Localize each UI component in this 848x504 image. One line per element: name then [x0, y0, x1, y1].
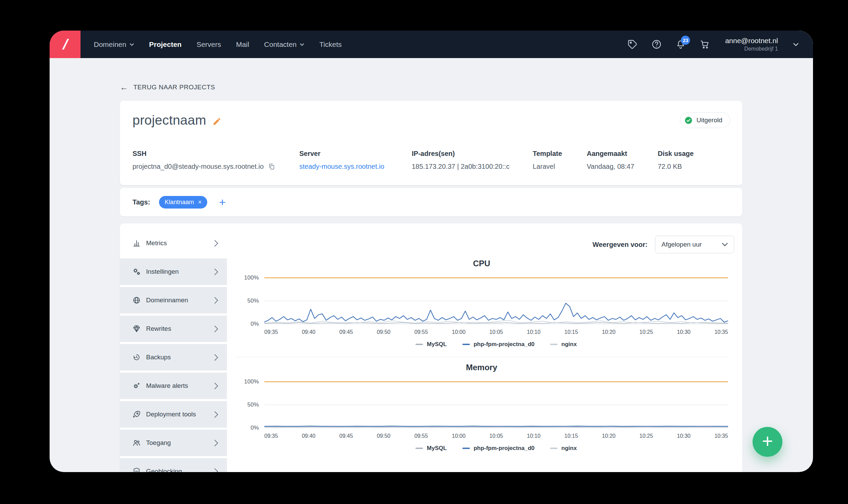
logo-slash-icon: /: [62, 36, 68, 53]
sidebar-item-label: Deployment tools: [146, 411, 214, 418]
globe-icon: [132, 296, 141, 305]
tag-pill[interactable]: Klantnaam ×: [159, 196, 208, 209]
sidebar-item-label: Malware alerts: [146, 382, 214, 390]
server-link[interactable]: steady-mouse.sys.rootnet.io: [299, 163, 384, 170]
x-tick-label: 10:25: [639, 329, 653, 335]
nav-item-label: Mail: [236, 40, 249, 49]
edit-pencil-icon[interactable]: [212, 117, 222, 126]
chevron-down-icon: [300, 43, 304, 46]
legend-item[interactable]: php-fpm-projectna_d0: [462, 341, 534, 348]
sidebar-item-instellingen[interactable]: Instellingen: [120, 258, 227, 285]
project-sidebar: Metrics Instellingen Domeinnamen Rewrite…: [120, 223, 227, 472]
nav-item-mail[interactable]: Mail: [236, 40, 249, 49]
series-php-fpm-projectna_d0: [264, 303, 728, 322]
check-circle-icon: [684, 116, 693, 125]
tag-icon[interactable]: [627, 39, 638, 50]
x-tick-label: 10:05: [489, 329, 503, 335]
sidebar-item-malware-alerts[interactable]: Malware alerts: [120, 373, 227, 399]
info-label: Template: [533, 150, 562, 158]
sidebar-item-domeinnamen[interactable]: Domeinnamen: [120, 287, 227, 313]
x-tick-label: 10:35: [714, 433, 728, 439]
help-icon[interactable]: [651, 39, 662, 50]
legend-item[interactable]: MySQL: [416, 341, 447, 348]
sidebar-item-rewrites[interactable]: Rewrites: [120, 316, 227, 342]
chevron-right-icon: [214, 240, 218, 247]
legend-swatch: [550, 344, 558, 345]
x-tick-label: 10:30: [677, 433, 690, 439]
nav-item-label: Tickets: [319, 40, 342, 49]
nav-item-domeinen[interactable]: Domeinen: [94, 40, 134, 49]
legend-item[interactable]: MySQL: [416, 445, 447, 452]
y-tick-label: 50%: [247, 401, 259, 408]
sidebar-item-metrics[interactable]: Metrics: [120, 230, 227, 256]
legend-swatch: [550, 448, 558, 449]
x-tick-label: 10:05: [489, 433, 503, 439]
page-title: projectnaam: [132, 113, 206, 128]
status-badge: Uitgerold: [680, 112, 730, 128]
sidebar-item-label: Toegang: [146, 439, 214, 447]
add-tag-button[interactable]: +: [219, 196, 226, 208]
top-navbar: / Domeinen Projecten Servers Mail Contac…: [50, 31, 813, 58]
sidebar-item-label: Geoblocking: [146, 468, 214, 472]
disk-usage: 72.0 KB: [658, 163, 682, 170]
nav-item-projecten[interactable]: Projecten: [149, 40, 182, 49]
legend-item[interactable]: php-fpm-projectna_d0: [462, 445, 534, 452]
app-logo[interactable]: /: [50, 31, 81, 58]
nav-item-tickets[interactable]: Tickets: [319, 40, 342, 49]
copy-icon[interactable]: [268, 163, 276, 170]
add-project-fab[interactable]: +: [753, 427, 782, 457]
sidebar-item-backups[interactable]: Backups: [120, 344, 227, 371]
legend-label: php-fpm-projectna_d0: [474, 445, 534, 452]
app-window: / Domeinen Projecten Servers Mail Contac…: [50, 31, 813, 472]
account-email: anne@rootnet.nl: [725, 37, 778, 45]
info-value: Vandaag, 08:47: [587, 163, 634, 170]
info-label: SSH: [132, 150, 276, 158]
chart-legend: MySQLphp-fpm-projectna_d0nginx: [264, 445, 728, 452]
cart-icon[interactable]: [700, 39, 710, 50]
legend-label: nginx: [561, 445, 577, 452]
primary-nav: Domeinen Projecten Servers Mail Contacte…: [94, 40, 342, 49]
period-label: Weergeven voor:: [593, 241, 648, 249]
x-tick-label: 09:45: [339, 433, 353, 439]
chevron-down-icon[interactable]: [792, 40, 800, 49]
back-link[interactable]: ← TERUG NAAR PROJECTS: [120, 83, 215, 91]
notifications-bell-icon[interactable]: 23: [675, 39, 686, 50]
remove-tag-icon[interactable]: ×: [198, 199, 202, 206]
x-axis: 09:3509:4009:4509:5009:5510:0010:0510:10…: [264, 329, 728, 335]
tag-label: Klantnaam: [165, 199, 194, 206]
sidebar-item-geoblocking[interactable]: Geoblocking: [120, 458, 227, 472]
x-tick-label: 09:55: [414, 433, 428, 439]
info-col-template: Template Laravel: [533, 150, 562, 170]
legend-swatch: [416, 448, 423, 449]
x-tick-label: 09:50: [377, 329, 390, 335]
info-col-ip: IP-adres(sen) 185.173.20.37 | 2a0b:3100:…: [412, 150, 510, 170]
sidebar-item-label: Rewrites: [146, 325, 214, 332]
sidebar-item-toegang[interactable]: Toegang: [120, 430, 227, 456]
legend-item[interactable]: nginx: [550, 341, 577, 348]
chevron-right-icon: [214, 468, 218, 472]
nav-item-contacten[interactable]: Contacten: [264, 40, 304, 49]
account-company: Demobedrijf 1: [725, 46, 778, 52]
users-icon: [132, 438, 141, 447]
x-tick-label: 10:15: [564, 329, 578, 335]
project-header-card: projectnaam Uitgerold SSH projectna_d0@s…: [120, 101, 742, 185]
nav-item-servers[interactable]: Servers: [196, 40, 221, 49]
status-label: Uitgerold: [696, 116, 722, 124]
account-menu[interactable]: anne@rootnet.nl Demobedrijf 1: [725, 37, 778, 52]
legend-label: php-fpm-projectna_d0: [474, 341, 534, 348]
legend-swatch: [416, 344, 423, 345]
x-tick-label: 09:35: [264, 433, 278, 439]
period-select[interactable]: Afgelopen uur: [655, 236, 734, 253]
sidebar-item-deployment-tools[interactable]: Deployment tools: [120, 401, 227, 428]
sidebar-item-label: Metrics: [146, 239, 214, 247]
malware-icon: [132, 381, 141, 390]
x-tick-label: 10:25: [639, 433, 653, 439]
legend-item[interactable]: nginx: [550, 445, 577, 452]
metrics-panel: Weergeven voor: Afgelopen uur CPU100%50%…: [227, 223, 742, 472]
y-tick-label: 0%: [250, 425, 259, 431]
chart-divider: [235, 357, 728, 357]
ip-addresses: 185.173.20.37 | 2a0b:3100:20::c: [412, 163, 510, 170]
info-label: Aangemaakt: [587, 150, 634, 158]
y-tick-label: 100%: [244, 274, 259, 281]
x-tick-label: 10:35: [714, 329, 728, 335]
